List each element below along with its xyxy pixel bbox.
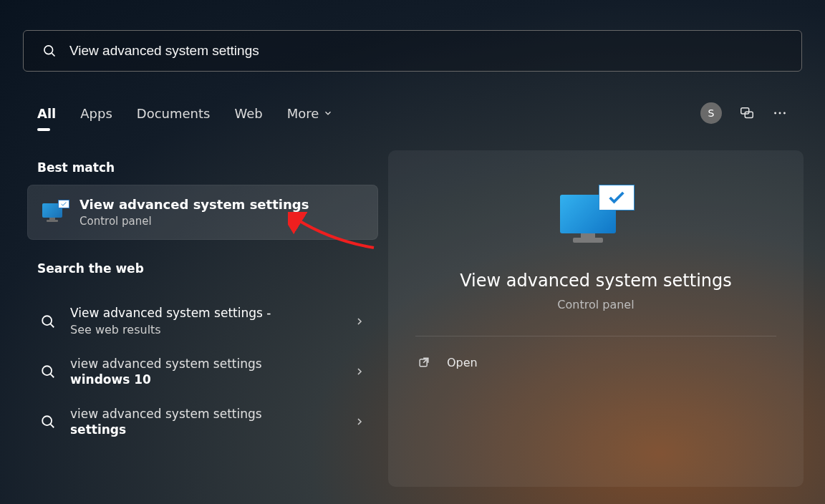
tab-web[interactable]: Web xyxy=(234,106,262,121)
search-icon xyxy=(40,314,56,329)
best-match-header: Best match xyxy=(37,160,378,175)
svg-point-7 xyxy=(42,366,52,375)
svg-point-6 xyxy=(42,316,52,325)
preview-subtitle: Control panel xyxy=(557,298,634,311)
system-settings-icon-large xyxy=(560,185,632,246)
web-result-title: view advanced system settings xyxy=(70,357,339,371)
web-result-title: view advanced system settings xyxy=(70,407,339,421)
search-web-header: Search the web xyxy=(37,261,378,276)
chat-icon[interactable] xyxy=(739,105,755,121)
preview-title: View advanced system settings xyxy=(460,271,732,291)
svg-point-0 xyxy=(44,46,53,54)
web-result-subtitle: See web results xyxy=(70,323,339,336)
svg-point-4 xyxy=(779,112,781,115)
web-result-bold: windows 10 xyxy=(70,372,339,387)
tab-documents[interactable]: Documents xyxy=(137,106,211,121)
open-label: Open xyxy=(447,356,478,369)
tab-apps[interactable]: Apps xyxy=(80,106,112,121)
search-icon xyxy=(40,414,56,430)
best-match-subtitle: Control panel xyxy=(79,215,309,228)
search-icon xyxy=(42,44,57,58)
more-icon[interactable] xyxy=(772,105,788,121)
best-match-title: View advanced system settings xyxy=(79,197,309,212)
search-icon xyxy=(40,364,56,379)
svg-point-8 xyxy=(42,416,52,425)
open-button[interactable]: Open xyxy=(417,355,478,369)
svg-point-3 xyxy=(774,112,776,115)
search-input[interactable] xyxy=(69,43,783,59)
divider xyxy=(415,336,776,336)
search-bar[interactable] xyxy=(23,30,802,72)
avatar[interactable]: S xyxy=(700,102,722,124)
web-result[interactable]: view advanced system settings settings xyxy=(27,397,378,447)
tab-more[interactable]: More xyxy=(287,106,334,121)
chevron-right-icon xyxy=(354,316,365,327)
open-icon xyxy=(417,355,431,369)
filter-tabs: All Apps Documents Web More S xyxy=(37,99,788,127)
header-actions: S xyxy=(700,102,788,124)
web-result[interactable]: view advanced system settings windows 10 xyxy=(27,346,378,397)
web-result-title: View advanced system settings - xyxy=(70,306,339,320)
tab-more-label: More xyxy=(287,106,319,121)
chevron-right-icon xyxy=(354,416,365,427)
web-result[interactable]: View advanced system settings - See web … xyxy=(27,296,378,346)
system-settings-icon xyxy=(42,200,68,225)
tab-all[interactable]: All xyxy=(37,106,56,121)
best-match-result[interactable]: View advanced system settings Control pa… xyxy=(27,185,378,240)
web-result-bold: settings xyxy=(70,422,339,437)
chevron-down-icon xyxy=(323,108,333,118)
chevron-right-icon xyxy=(354,366,365,377)
preview-panel: View advanced system settings Control pa… xyxy=(388,150,804,487)
svg-point-5 xyxy=(783,112,786,115)
